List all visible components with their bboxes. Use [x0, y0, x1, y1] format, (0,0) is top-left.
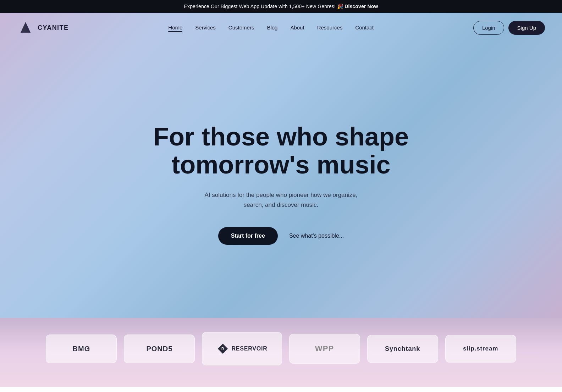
login-button[interactable]: Login: [473, 21, 504, 35]
nav-item-resources[interactable]: Resources: [317, 24, 343, 31]
navbar: CYANITE Home Services Customers Blog Abo…: [0, 13, 562, 43]
logo-icon: [17, 19, 34, 36]
nav-item-home[interactable]: Home: [168, 24, 182, 31]
nav-item-contact[interactable]: Contact: [355, 24, 374, 31]
top-banner: Experience Our Biggest Web App Update wi…: [0, 0, 562, 13]
partner-logo-pond5: POND5: [146, 345, 172, 353]
hero-title: For those who shape tomorrow's music: [153, 123, 409, 179]
hero-subtitle: AI solutions for the people who pioneer …: [196, 190, 366, 210]
partner-card-reservoir: R RESERVOIR: [202, 332, 282, 365]
reservoir-icon: R: [216, 342, 229, 355]
partner-card-bmg: BMG: [46, 335, 117, 363]
hero-title-line1: For those who shape: [153, 122, 409, 151]
partner-logo-wpp: WPP: [315, 344, 334, 353]
hero-title-line2: tomorrow's music: [171, 150, 390, 179]
banner-cta[interactable]: Discover Now: [345, 4, 378, 9]
svg-text:R: R: [221, 347, 224, 351]
nav-item-services[interactable]: Services: [195, 24, 216, 31]
hero-cta: Start for free See what's possible...: [218, 227, 344, 245]
logo-text: CYANITE: [38, 24, 68, 32]
partner-card-pond5: POND5: [124, 335, 195, 363]
nav-item-about[interactable]: About: [290, 24, 304, 31]
banner-text: Experience Our Biggest Web App Update wi…: [184, 4, 343, 9]
hero-content: For those who shape tomorrow's music AI …: [0, 43, 562, 318]
partner-logo-bmg: BMG: [73, 345, 90, 353]
see-possible-button[interactable]: See what's possible...: [289, 233, 344, 239]
nav-links: Home Services Customers Blog About Resou…: [168, 24, 374, 31]
partner-logo-reservoir: R RESERVOIR: [216, 342, 267, 355]
nav-item-customers[interactable]: Customers: [228, 24, 254, 31]
nav-item-blog[interactable]: Blog: [267, 24, 277, 31]
signup-button[interactable]: Sign Up: [508, 21, 545, 35]
partner-card-synchtank: Synchtank: [367, 335, 438, 363]
partner-card-wpp: WPP: [289, 334, 360, 364]
partner-logo-slipstream: slip.stream: [463, 345, 498, 352]
start-free-button[interactable]: Start for free: [218, 227, 278, 245]
hero-section: CYANITE Home Services Customers Blog Abo…: [0, 13, 562, 318]
partner-card-slipstream: slip.stream: [445, 335, 516, 363]
nav-actions: Login Sign Up: [473, 21, 545, 35]
partners-grid: BMG POND5 R RESERVOIR WPP Synchtank slip…: [21, 332, 541, 365]
partner-logo-synchtank: Synchtank: [385, 345, 420, 353]
logo-link[interactable]: CYANITE: [17, 19, 68, 36]
partners-section: BMG POND5 R RESERVOIR WPP Synchtank slip…: [0, 318, 562, 387]
